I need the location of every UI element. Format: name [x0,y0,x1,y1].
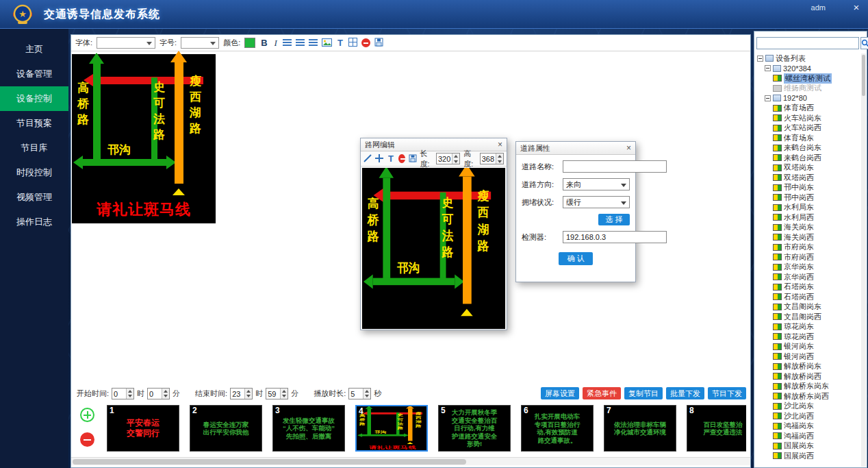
tree-row[interactable]: 市府岗西 [756,252,860,262]
tree-row[interactable]: 银河岗西 [756,352,860,362]
start-hour-value[interactable]: 0 [112,389,126,399]
tree-row[interactable]: 体育场东 [756,133,860,143]
tree-row[interactable]: 水利局东 [756,203,860,213]
window-close-icon[interactable]: × [850,1,863,13]
font-size-select[interactable] [181,37,219,49]
tree-row[interactable]: 320*384 [756,64,860,74]
tree-row[interactable]: 琼花岗东 [756,322,860,332]
program-thumbnail-1[interactable]: 1 平安春运 交警同行 [107,405,179,452]
horizontal-scrollbar-thumb[interactable] [73,459,466,465]
length-stepper[interactable]: 320 [436,153,460,164]
draw-line-icon[interactable] [363,154,372,164]
height-value[interactable]: 368 [481,153,496,164]
tree-row[interactable]: 海关岗东 [756,223,860,233]
end-hour-value[interactable]: 23 [231,389,244,399]
tree-row[interactable]: 螺丝湾桥测试 [756,73,860,84]
tree-row[interactable]: 鸿福岗东 [756,421,860,432]
delete-icon[interactable] [361,38,370,47]
bold-button[interactable]: B [259,38,268,48]
remove-program-button[interactable] [80,432,94,447]
align-center-icon[interactable] [296,39,305,47]
end-minute-stepper[interactable]: 59 [266,388,288,399]
action-button[interactable]: 复制节目 [624,387,663,399]
start-minute-value[interactable]: 0 [148,389,162,399]
font-select[interactable] [97,37,155,49]
end-minute-value[interactable]: 59 [266,389,280,399]
logged-in-user[interactable]: adm [811,3,826,12]
length-stepper-arrows[interactable] [452,153,459,164]
program-thumbnail-4-selected[interactable]: 4 高桥路 史可法路 瘦西湖路 邗沟 请礼让斑马线 [355,405,428,452]
road-direction-select[interactable]: 来向 [563,178,630,190]
insert-image-icon[interactable] [322,38,332,48]
tree-row[interactable]: 市府岗东 [756,243,860,253]
layout-grid-icon[interactable] [348,38,357,48]
tree-row[interactable]: 火车站岗东 [756,113,860,123]
end-hour-stepper[interactable]: 23 [230,388,253,399]
tree-row[interactable]: 水利局西 [756,212,860,223]
tree-row[interactable]: 石塔岗东 [756,282,860,293]
sidebar-item[interactable]: 设备控制 [0,86,68,111]
tree-row[interactable]: 体育场西 [756,103,860,114]
length-value[interactable]: 320 [437,153,452,164]
tree-row[interactable]: 火车站岗西 [756,123,860,134]
action-button[interactable]: 紧急事件 [583,387,621,399]
detector-input[interactable] [563,231,667,243]
confirm-button[interactable]: 确 认 [559,252,593,265]
program-thumbnail-6[interactable]: 6 扎实开展电动车 专项百日整治行 动,有效预防道 路交通事故。 [521,405,593,452]
tree-row[interactable]: 文昌阁岗东 [756,302,860,312]
tree-row[interactable]: 鸿福岗西 [756,431,860,441]
tree-row[interactable]: 国展岗东 [756,441,860,452]
tree-row[interactable]: 国展岗西 [756,451,860,461]
action-button[interactable]: 批量下发 [666,387,704,399]
action-button[interactable]: 节目下发 [708,387,746,399]
tree-row[interactable]: 来鹤台岗东 [756,143,860,153]
tree-row[interactable]: 京华岗东 [756,262,860,273]
tree-row[interactable]: 琼花岗西 [756,332,860,342]
tree-row[interactable]: 文昌阁岗西 [756,312,860,322]
program-thumbnail-8[interactable]: 8 百日攻坚整治 严查交通违法 [687,405,746,452]
duration-value[interactable]: 5 [349,389,363,399]
tree-scrollbar[interactable] [861,53,866,467]
align-left-icon[interactable] [283,39,292,47]
horizontal-scrollbar[interactable] [71,457,750,465]
sidebar-item[interactable]: 节目库 [0,136,68,160]
tree-row[interactable]: 解放桥岗西 [756,371,860,382]
tree-row[interactable]: 邗中岗西 [756,193,860,203]
roadnet-canvas[interactable]: 高桥路 史可法路 瘦西湖路 邗沟 [362,168,505,329]
program-thumbnail-7[interactable]: 7 依法治理非标车辆 净化城市交通环境 [604,405,676,452]
tree-row[interactable]: 京华岗西 [756,272,860,282]
props-close-icon[interactable]: × [626,143,631,153]
move-icon[interactable] [375,154,383,164]
remove-road-icon[interactable] [398,154,405,163]
save-icon[interactable] [374,38,383,48]
add-program-button[interactable] [80,408,94,422]
tree-row[interactable]: 石塔岗西 [756,292,860,302]
start-minute-stepper[interactable]: 0 [147,388,170,399]
select-detector-button[interactable]: 选 择 [598,214,630,225]
tree-expander-icon[interactable] [757,56,763,62]
text-tool-icon[interactable]: T [387,153,395,164]
tree-row[interactable]: 双塔岗西 [756,173,860,183]
sidebar-item[interactable]: 操作日志 [0,210,68,234]
save-roadnet-icon[interactable] [409,154,417,164]
program-thumbnail-2[interactable]: 2 春运安全连万家 出行平安你我他 [190,405,262,452]
sidebar-item[interactable]: 视频管理 [0,185,68,210]
height-stepper[interactable]: 368 [480,153,504,164]
tree-row[interactable]: 双塔岗东 [756,163,860,173]
roadnet-dialog-titlebar[interactable]: 路网编辑 × [361,138,507,151]
italic-button[interactable]: I [273,38,279,49]
program-thumbnail-5[interactable]: 5 大力开展秋冬季 交通安全整治百 日行动,有力维 护道路交通安全 形势! [438,405,511,452]
insert-text-icon[interactable]: T [336,38,344,48]
sidebar-item[interactable]: 设备管理 [0,62,68,86]
tree-row[interactable]: 解放桥东岗东 [756,382,860,392]
program-thumbnail-3[interactable]: 3 发生轻微交通事故 “人不伤、车能动” 先拍照、后撤离 [272,405,345,452]
sidebar-item[interactable]: 时段控制 [0,160,68,185]
tree-row[interactable]: 维扬商测试 [756,84,860,94]
road-name-input[interactable] [563,160,667,173]
tree-row[interactable]: 解放桥东岗西 [756,391,860,402]
tree-row[interactable]: 192*80 [756,93,860,103]
tree-expander-icon[interactable] [765,95,771,101]
sidebar-item[interactable]: 主页 [0,37,68,62]
device-search-input[interactable] [756,37,859,49]
roadnet-close-icon[interactable]: × [498,140,502,149]
